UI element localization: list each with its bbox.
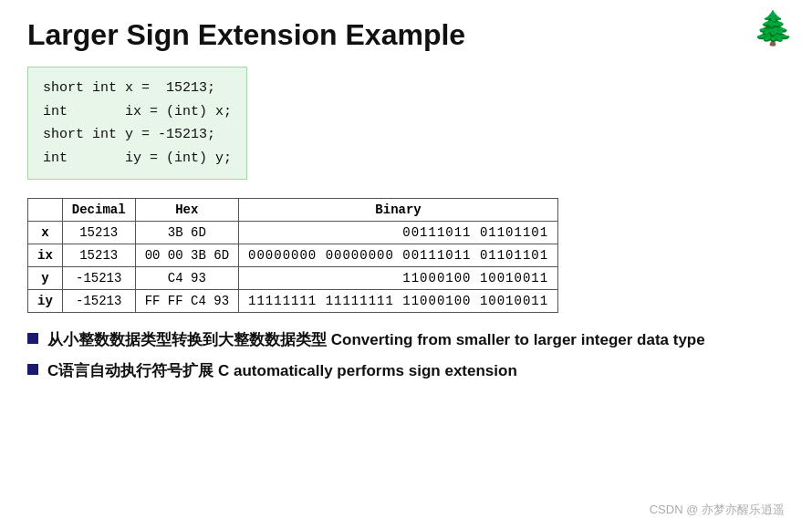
- cell-decimal: 15213: [62, 222, 135, 244]
- cell-binary: 11000100 10010011: [239, 267, 558, 290]
- data-table-wrap: Decimal Hex Binary x152133B 6D00111011 0…: [27, 198, 785, 313]
- table-row: y-15213C4 9311000100 10010011: [28, 267, 558, 290]
- cell-label: ix: [28, 244, 63, 267]
- table-row: ix1521300 00 3B 6D00000000 00000000 0011…: [28, 244, 558, 267]
- cell-label: iy: [28, 290, 63, 313]
- col-hex: Hex: [135, 199, 238, 222]
- bullet-text-1: 从小整数数据类型转换到大整数数据类型 Converting from small…: [47, 329, 705, 351]
- tree-icon: 🌲: [753, 9, 794, 47]
- cell-decimal: -15213: [62, 267, 135, 290]
- table-row: iy-15213FF FF C4 9311111111 11111111 110…: [28, 290, 558, 313]
- code-line-3: short int y = -15213;: [43, 123, 232, 147]
- code-line-4: int iy = (int) y;: [43, 147, 232, 171]
- data-table: Decimal Hex Binary x152133B 6D00111011 0…: [27, 198, 558, 313]
- cell-hex: FF FF C4 93: [135, 290, 238, 313]
- bullet-item-2: C语言自动执行符号扩展 C automatically performs sig…: [27, 360, 785, 382]
- cell-hex: C4 93: [135, 267, 238, 290]
- cell-decimal: -15213: [62, 290, 135, 313]
- watermark: CSDN @ 亦梦亦醒乐逍遥: [650, 502, 785, 518]
- cell-decimal: 15213: [62, 244, 135, 267]
- cell-hex: 3B 6D: [135, 222, 238, 244]
- cell-binary: 00000000 00000000 00111011 01101101: [239, 244, 558, 267]
- bullets-section: 从小整数数据类型转换到大整数数据类型 Converting from small…: [27, 329, 785, 382]
- col-binary: Binary: [239, 199, 558, 222]
- code-line-1: short int x = 15213;: [43, 77, 232, 100]
- bullet-item-1: 从小整数数据类型转换到大整数数据类型 Converting from small…: [27, 329, 785, 351]
- code-line-2: int ix = (int) x;: [43, 100, 232, 124]
- table-header-row: Decimal Hex Binary: [28, 199, 558, 222]
- cell-label: y: [28, 267, 63, 290]
- cell-binary: 11111111 11111111 11000100 10010011: [239, 290, 558, 313]
- page: 🌲 Larger Sign Extension Example short in…: [0, 0, 812, 529]
- code-block: short int x = 15213; int ix = (int) x; s…: [27, 67, 247, 180]
- col-decimal: Decimal: [62, 199, 135, 222]
- cell-binary: 00111011 01101101: [239, 222, 558, 244]
- cell-label: x: [28, 222, 63, 244]
- page-title: Larger Sign Extension Example: [27, 18, 785, 52]
- bullet-icon-2: [27, 364, 38, 375]
- col-label: [28, 199, 63, 222]
- bullet-icon-1: [27, 333, 38, 344]
- table-row: x152133B 6D00111011 01101101: [28, 222, 558, 244]
- bullet-text-2: C语言自动执行符号扩展 C automatically performs sig…: [47, 360, 517, 382]
- cell-hex: 00 00 3B 6D: [135, 244, 238, 267]
